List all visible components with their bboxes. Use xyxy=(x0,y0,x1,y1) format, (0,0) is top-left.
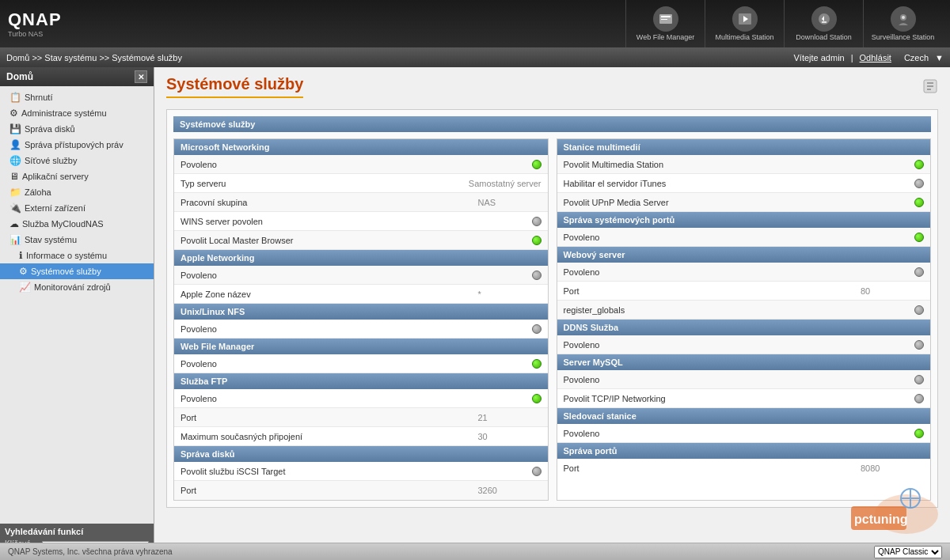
download-station-icon[interactable]: Download Station xyxy=(784,0,863,47)
register-globals-led xyxy=(914,305,924,315)
sprava-disku-icon: 💾 xyxy=(10,123,21,134)
copyright-text: QNAP Systems, Inc. všechna práva vyhraze… xyxy=(8,547,173,556)
sidebar-item-aplikacni-servery[interactable]: 🖥 Aplikační servery xyxy=(0,168,154,184)
ddns-title: DDNS Služba xyxy=(557,320,931,335)
apple-povoleno-row: Povoleno xyxy=(174,266,548,285)
apple-povoleno-led xyxy=(532,271,542,280)
mysql-povoleno-row: Povoleno xyxy=(557,370,931,389)
zaloha-label: Záloha xyxy=(25,187,51,197)
mycloud-label: Služba MyCloudNAS xyxy=(22,219,104,229)
ms-master-label: Povolit Local Master Browser xyxy=(180,236,532,245)
unix-povoleno-led xyxy=(532,324,542,334)
zaloha-icon: 📁 xyxy=(10,187,21,198)
sidebar-item-mycloud[interactable]: ☁ Služba MyCloudNAS xyxy=(0,216,154,232)
download-station-label: Download Station xyxy=(796,33,852,41)
sidebar-item-systemove-sluzby[interactable]: ⚙ Systémové služby xyxy=(0,263,154,279)
systemove-sluzby-label: Systémové služby xyxy=(31,267,101,276)
web-povoleno-led xyxy=(914,267,924,277)
disk-mgmt-title: Správa disků xyxy=(174,446,548,462)
administrace-icon: ⚙ xyxy=(10,108,18,119)
sitove-sluzby-label: Síťové služby xyxy=(25,156,78,165)
logo-area: QNAP Turbo NAS xyxy=(8,9,62,38)
web-file-manager-label: Web File Manager xyxy=(636,33,694,41)
ms-povoleno-led xyxy=(532,160,542,169)
port-mgmt-label: Port xyxy=(564,464,861,473)
port-mgmt-title: Správa portů xyxy=(557,443,931,459)
sidebar-close-button[interactable]: ✕ xyxy=(135,70,147,83)
content-area: Systémové služby Systémové služby Micros… xyxy=(154,67,950,560)
page-title: Systémové služby xyxy=(166,75,303,98)
ftp-port-row: Port 21 xyxy=(174,408,548,427)
sprava-pristupu-icon: 👤 xyxy=(10,139,21,150)
ms-typ-row: Typ serveru Samostatný server xyxy=(174,174,548,193)
services-container: Microsoft Networking Povoleno Typ server… xyxy=(173,138,931,501)
web-povoleno-row: Povoleno xyxy=(557,263,931,282)
sidebar-header: Domů ✕ xyxy=(0,67,154,86)
ms-wins-label: WINS server povolen xyxy=(180,217,532,226)
multimedia-station-img xyxy=(732,6,758,32)
bottom-right: QNAP Classic xyxy=(874,546,942,558)
iscsi-led xyxy=(532,467,542,476)
port-mgmt-row: Port 8080 xyxy=(557,459,931,478)
sidebar-item-sprava-pristupu[interactable]: 👤 Správa přístupových práv xyxy=(0,137,154,153)
mysql-tcp-led xyxy=(914,394,924,403)
ms-networking-title: Microsoft Networking xyxy=(174,139,548,155)
top-bar: QNAP Turbo NAS Web File Manager Multimed… xyxy=(0,0,950,47)
iscsi-port-label: Port xyxy=(180,486,478,495)
register-globals-label: register_globals xyxy=(564,305,915,315)
externi-icon: 🔌 xyxy=(10,202,21,214)
web-port-row: Port 80 xyxy=(557,282,931,301)
left-panel: Microsoft Networking Povoleno Typ server… xyxy=(173,138,549,501)
mysql-povoleno-label: Povoleno xyxy=(564,375,915,384)
apple-networking-title: Apple Networking xyxy=(174,250,548,266)
svg-rect-2 xyxy=(661,19,667,20)
upnp-led xyxy=(914,198,924,207)
ftp-povoleno-label: Povoleno xyxy=(180,394,532,403)
sidebar-item-zaloha[interactable]: 📁 Záloha xyxy=(0,184,154,200)
web-file-manager-img xyxy=(653,6,678,32)
ms-skupina-value: NAS xyxy=(478,198,542,207)
sidebar-item-shrnuti[interactable]: 📋 Shrnutí xyxy=(0,89,154,105)
mysql-povoleno-led xyxy=(914,375,924,384)
mysql-title: Server MySQL xyxy=(557,354,931,370)
breadcrumb: Domů >> Stav systému >> Systémové služby xyxy=(6,53,182,62)
mysql-tcp-label: Povolit TCP/IP Networking xyxy=(564,394,915,403)
iscsi-label: Povolit službu iSCSI Target xyxy=(180,467,532,476)
apple-zone-value: * xyxy=(478,289,542,299)
web-file-manager-icon[interactable]: Web File Manager xyxy=(625,0,705,47)
apple-zone-row: Apple Zone název * xyxy=(174,285,548,304)
logout-link[interactable]: Odhlásit xyxy=(860,53,891,62)
mm-station-row: Povolit Multimedia Station xyxy=(557,155,931,174)
register-globals-row: register_globals xyxy=(557,301,931,320)
surveillance-station-icon[interactable]: Surveillance Station xyxy=(863,0,942,47)
ms-wins-led xyxy=(532,217,542,226)
ftp-title: Služba FTP xyxy=(174,373,548,389)
surv-povoleno-row: Povoleno xyxy=(557,424,931,443)
svg-rect-1 xyxy=(661,16,671,17)
sidebar-item-sprava-disku[interactable]: 💾 Správa disků xyxy=(0,121,154,137)
nav-separator: | xyxy=(851,53,853,62)
ms-wins-row: WINS server povolen xyxy=(174,212,548,231)
lang-arrow: ▼ xyxy=(935,53,944,62)
ftp-max-label: Maximum současných připojení xyxy=(180,432,478,441)
multimedia-station-icon[interactable]: Multimedia Station xyxy=(705,0,784,47)
mysql-tcp-row: Povolit TCP/IP Networking xyxy=(557,389,931,408)
upnp-row: Povolit UPnP Media Server xyxy=(557,193,931,212)
surv-povoleno-led xyxy=(914,429,924,438)
ddns-povoleno-label: Povoleno xyxy=(564,340,915,350)
sidebar-item-monitorovani[interactable]: 📈 Monitorování zdrojů xyxy=(0,279,154,295)
sidebar-item-informace[interactable]: ℹ Informace o systému xyxy=(0,248,154,263)
mm-station-led xyxy=(914,160,924,169)
iscsi-port-value: 3260 xyxy=(478,486,542,495)
sidebar-item-sitove-sluzby[interactable]: 🌐 Síťové služby xyxy=(0,153,154,168)
sidebar-item-externi[interactable]: 🔌 Externí zařízení xyxy=(0,200,154,216)
sidebar-item-administrace[interactable]: ⚙ Administrace systému xyxy=(0,105,154,121)
aplikacni-servery-icon: 🖥 xyxy=(10,171,19,182)
ms-master-led xyxy=(532,236,542,245)
sidebar-item-stav[interactable]: 📊 Stav systému xyxy=(0,232,154,248)
informace-label: Informace o systému xyxy=(26,251,107,260)
ftp-povoleno-row: Povoleno xyxy=(174,389,548,408)
itunes-row: Habilitar el servidor iTunes xyxy=(557,174,931,193)
theme-selector[interactable]: QNAP Classic xyxy=(874,546,942,558)
sidebar-nav: 📋 Shrnutí ⚙ Administrace systému 💾 Správ… xyxy=(0,86,154,524)
